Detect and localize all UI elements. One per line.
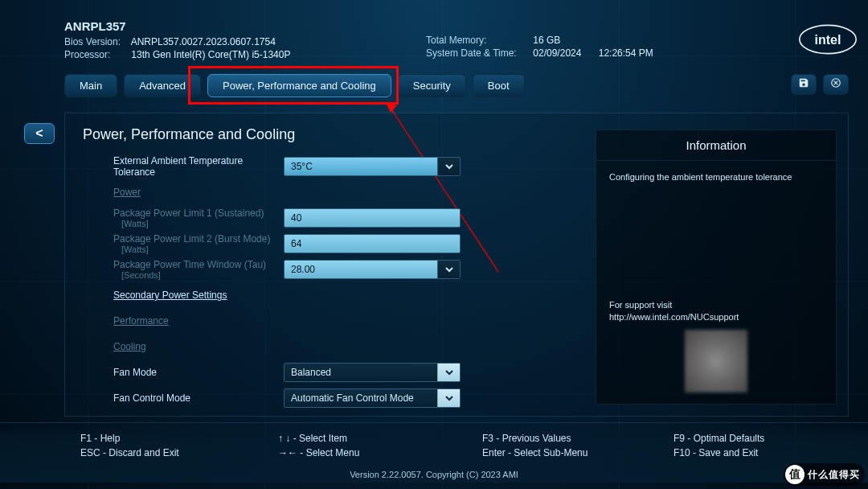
fan-ctrl-dropdown[interactable]: Automatic Fan Control Mode [284,388,461,408]
page-title: Power, Performance and Cooling [83,126,578,143]
ppl1-label: Package Power Limit 1 (Sustained)[Watts] [83,208,284,228]
time-value: 12:26:54 PM [599,47,653,59]
datetime-label: System Date & Time: [426,47,530,60]
tab-main[interactable]: Main [64,74,117,97]
ppl1-input[interactable]: 40 [284,208,461,228]
watermark: 值 什么值得买 [784,463,865,486]
intel-logo: intel [796,19,860,60]
key-hint-f10: F10 - Save and Exit [674,446,764,460]
info-body-text: Configuring the ambient temperature tole… [609,172,823,182]
back-button-label: < [35,126,43,141]
chevron-down-icon [437,158,460,175]
chevron-down-icon [437,364,460,381]
tab-power-performance-cooling[interactable]: Power, Performance and Cooling [207,74,391,97]
chevron-down-icon [437,261,460,278]
fan-mode-label: Fan Mode [83,367,284,378]
ext-temp-label: External Ambient Temperature Tolerance [83,155,284,178]
processor-label: Processor: [64,48,129,61]
secondary-power-link[interactable]: Secondary Power Settings [83,290,284,301]
key-hint-f9: F9 - Optimal Defaults [674,431,764,446]
watermark-text: 什么值得买 [808,468,860,482]
tabs: Main Advanced Power, Performance and Coo… [64,74,525,97]
ppl2-value: 64 [291,238,301,249]
key-hint-leftright: →← - Select Menu [278,446,359,460]
ppl1-value: 40 [291,212,301,224]
key-hint-f3: F3 - Previous Values [482,431,588,446]
performance-section: Performance [83,315,284,327]
save-icon [798,77,809,92]
ppl2-label: Package Power Limit 2 (Burst Mode)[Watts… [83,233,284,254]
save-button[interactable] [791,74,817,95]
tab-security[interactable]: Security [398,74,466,97]
svg-text:intel: intel [815,33,841,47]
pptw-label: Package Power Time Window (Tau)[Seconds] [83,259,284,280]
watermark-glyph: 值 [785,465,805,484]
chevron-down-icon [437,389,460,407]
info-panel: Information Configuring the ambient temp… [596,129,837,405]
ppl2-input[interactable]: 64 [284,234,461,253]
bios-version-label: Bios Version: [64,35,129,48]
fan-mode-value: Balanced [291,367,331,378]
tab-advanced[interactable]: Advanced [124,74,201,97]
back-button[interactable]: < [24,123,55,144]
close-icon [830,77,841,92]
fan-mode-dropdown[interactable]: Balanced [284,363,461,382]
total-memory-value: 16 GB [533,35,560,46]
ext-temp-value: 35°C [291,161,313,172]
footer-version: Version 2.22.0057. Copyright (C) 2023 AM… [0,470,868,479]
bios-version-value: ANRPL357.0027.2023.0607.1754 [131,36,276,47]
cooling-section: Cooling [83,341,284,352]
pptw-dropdown[interactable]: 28.00 [284,260,461,279]
info-thumbnail [685,330,747,392]
ext-temp-dropdown[interactable]: 35°C [284,157,461,176]
processor-value: 13th Gen Intel(R) Core(TM) i5-1340P [131,49,290,60]
info-support: For support visit http://www.intel.com/N… [609,299,739,323]
date-value: 02/09/2024 [533,47,581,59]
header: ANRPL357 Bios Version: ANRPL357.0027.202… [64,19,836,60]
power-section: Power [83,187,284,198]
key-hint-enter: Enter - Select Sub-Menu [482,446,588,460]
footer: F1 - Help ESC - Discard and Exit ↑ ↓ - S… [0,422,868,483]
info-title: Information [596,130,836,161]
pptw-value: 28.00 [291,264,315,275]
exit-button[interactable] [823,74,849,95]
tab-boot[interactable]: Boot [473,74,525,97]
key-hint-f1: F1 - Help [80,431,179,446]
product-name: ANRPL357 [64,19,290,34]
key-hint-updown: ↑ ↓ - Select Item [278,431,359,446]
fan-ctrl-value: Automatic Fan Control Mode [291,392,414,404]
svg-marker-3 [386,103,397,113]
page-panel: Power, Performance and Cooling External … [64,113,849,417]
total-memory-label: Total Memory: [426,34,530,47]
key-hint-esc: ESC - Discard and Exit [80,446,179,460]
fan-ctrl-label: Fan Control Mode [83,392,284,404]
